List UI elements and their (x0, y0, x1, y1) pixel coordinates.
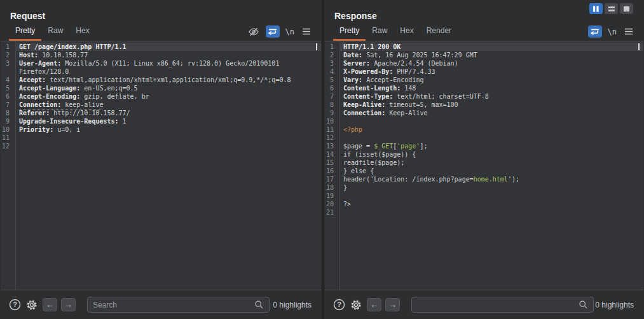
code-line[interactable]: 3Server: Apache/2.4.54 (Debian) (325, 59, 643, 67)
columns-layout-button[interactable] (589, 3, 603, 14)
code-line[interactable]: 9Connection: Keep-Alive (325, 109, 643, 117)
soft-wrap-icon[interactable] (588, 25, 602, 38)
code-line[interactable]: 15readfile($page); (325, 159, 643, 167)
line-number: 6 (1, 92, 15, 101)
response-search-input[interactable] (417, 301, 579, 309)
tab-hex[interactable]: Hex (394, 23, 420, 41)
code-line[interactable]: 6Accept-Encoding: gzip, deflate, br (1, 92, 321, 101)
code-text (339, 117, 643, 125)
code-line[interactable]: 4Accept: text/html,application/xhtml+xml… (1, 76, 321, 84)
code-text: User-Agent: Mozilla/5.0 (X11; Linux x86_… (15, 59, 321, 76)
code-line[interactable]: 19 (325, 192, 643, 200)
request-tabs-row: PrettyRawHex \n (0, 22, 322, 41)
response-editor[interactable]: 1HTTP/1.1 200 OK2Date: Sat, 16 Aug 2025 … (325, 41, 643, 290)
code-line[interactable]: 8Referer: http://10.10.158.77/ (1, 109, 321, 117)
search-magnifier-icon (254, 300, 264, 309)
layout-controls (589, 3, 633, 14)
code-line[interactable]: 9Upgrade-Insecure-Requests: 1 (1, 117, 321, 125)
code-text (339, 134, 643, 142)
code-line[interactable]: 2Date: Sat, 16 Aug 2025 16:47:29 GMT (325, 51, 643, 59)
line-number: 10 (325, 117, 339, 125)
line-number: 12 (1, 142, 15, 150)
tab-pretty[interactable]: Pretty (9, 23, 41, 41)
request-search-input[interactable] (93, 301, 254, 309)
code-text: $page = $_GET['page']; (339, 142, 643, 150)
code-line[interactable]: 8Keep-Alive: timeout=5, max=100 (325, 101, 643, 109)
tab-pretty[interactable]: Pretty (333, 23, 366, 41)
code-line[interactable]: 14if (isset($page)) { (325, 150, 643, 159)
code-line[interactable]: 11<?php (325, 125, 643, 134)
code-text: Content-Type: text/html; charset=UTF-8 (339, 92, 643, 101)
tab-raw[interactable]: Raw (41, 23, 69, 41)
code-text: Accept-Language: en-US,en;q=0.5 (15, 84, 321, 92)
line-number: 14 (325, 150, 339, 159)
show-newlines-icon[interactable]: \n (285, 27, 294, 36)
code-line[interactable]: 12 (325, 134, 643, 142)
tab-render[interactable]: Render (420, 23, 458, 41)
code-line[interactable]: 17header('Location: /index.php?page=home… (325, 175, 643, 183)
response-search-bar: ? ← → 0 high (324, 290, 644, 319)
search-forward-button[interactable]: → (61, 298, 76, 311)
response-panel: Response PrettyRawHexRender \n (324, 0, 644, 319)
code-line[interactable]: 4X-Powered-By: PHP/7.4.33 (325, 67, 643, 76)
line-number: 3 (325, 59, 339, 67)
line-number: 10 (1, 125, 15, 134)
code-line[interactable]: 12 (1, 142, 321, 150)
tab-hex[interactable]: Hex (69, 23, 95, 41)
line-number: 4 (1, 76, 15, 84)
help-icon[interactable]: ? (9, 299, 21, 311)
code-line[interactable]: 20?> (325, 200, 643, 208)
search-back-button[interactable]: ← (43, 298, 57, 311)
code-text: HTTP/1.1 200 OK (339, 43, 643, 51)
code-text: if (isset($page)) { (339, 150, 643, 159)
code-line[interactable]: 1GET /page/index.php HTTP/1.1 (1, 43, 321, 51)
code-line[interactable]: 21 (325, 208, 643, 216)
code-line[interactable]: 6Content-Length: 148 (325, 84, 643, 92)
rows-layout-button[interactable] (605, 3, 618, 14)
code-line[interactable]: 7Content-Type: text/html; charset=UTF-8 (325, 92, 643, 101)
code-line[interactable]: 18} (325, 183, 643, 192)
code-line[interactable]: 2Host: 10.10.158.77 (1, 51, 321, 59)
response-editor-toolbar: \n (588, 25, 635, 41)
search-back-button[interactable]: ← (367, 298, 381, 311)
response-tabs: PrettyRawHexRender (333, 22, 458, 41)
response-tabs-row: PrettyRawHexRender \n (324, 22, 644, 41)
code-text: Date: Sat, 16 Aug 2025 16:47:29 GMT (339, 51, 643, 59)
settings-gear-icon[interactable] (25, 299, 38, 311)
code-line[interactable]: 16} else { (325, 167, 643, 175)
code-line[interactable]: 5Vary: Accept-Encoding (325, 76, 643, 84)
line-number: 16 (325, 167, 339, 175)
line-number: 21 (325, 208, 339, 216)
code-text: } (339, 183, 643, 192)
request-search-box (87, 297, 270, 313)
code-text: <?php (339, 125, 643, 134)
line-number: 2 (1, 51, 15, 59)
code-line[interactable]: 7Connection: keep-alive (1, 101, 321, 109)
settings-gear-icon[interactable] (350, 299, 362, 311)
code-text: Content-Length: 148 (339, 84, 643, 92)
search-forward-button[interactable]: → (385, 298, 400, 311)
show-newlines-icon[interactable]: \n (608, 27, 617, 36)
code-text: X-Powered-By: PHP/7.4.33 (339, 67, 643, 76)
code-line[interactable]: 1HTTP/1.1 200 OK (325, 43, 643, 51)
request-editor[interactable]: 1GET /page/index.php HTTP/1.12Host: 10.1… (1, 41, 321, 290)
svg-text:?: ? (337, 301, 341, 308)
line-number: 15 (325, 159, 339, 167)
single-layout-button[interactable] (620, 3, 633, 14)
code-line[interactable]: 5Accept-Language: en-US,en;q=0.5 (1, 84, 321, 92)
code-line[interactable]: 10Priority: u=0, i (1, 125, 321, 134)
request-menu-icon[interactable] (300, 26, 313, 38)
response-menu-icon[interactable] (622, 26, 635, 38)
line-number: 1 (325, 43, 339, 51)
tab-raw[interactable]: Raw (366, 23, 394, 41)
code-line[interactable]: 13$page = $_GET['page']; (325, 142, 643, 150)
hide-nonprintable-icon[interactable] (247, 26, 260, 38)
help-icon[interactable]: ? (333, 299, 345, 311)
code-line[interactable]: 11 (1, 134, 321, 142)
code-line[interactable]: 10 (325, 117, 643, 125)
code-text: Referer: http://10.10.158.77/ (15, 109, 321, 117)
code-line[interactable]: 3User-Agent: Mozilla/5.0 (X11; Linux x86… (1, 59, 321, 76)
response-search-box (411, 297, 594, 313)
soft-wrap-icon[interactable] (266, 25, 280, 38)
line-number: 9 (1, 117, 15, 125)
